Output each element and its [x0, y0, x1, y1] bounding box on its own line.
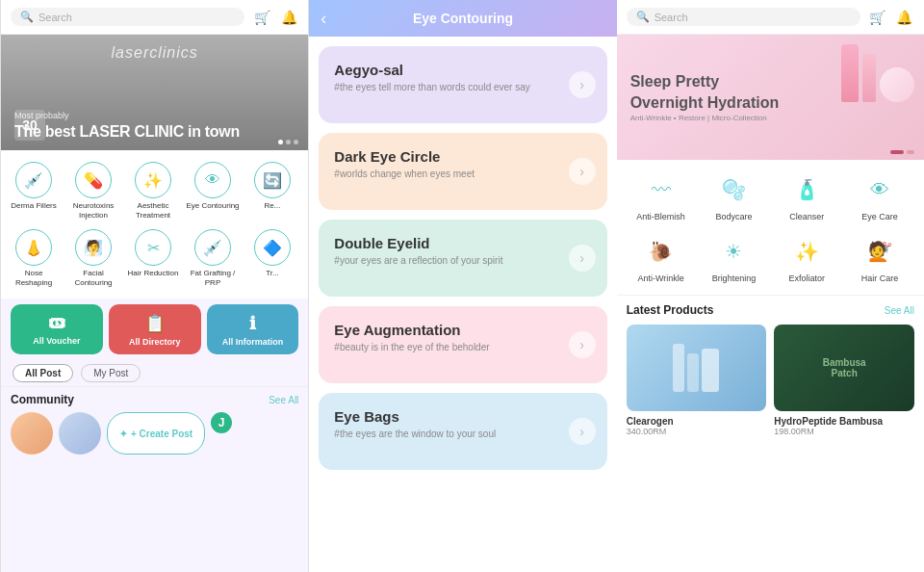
cat-label-3: Eye Contouring — [186, 201, 239, 211]
latest-title: Latest Products — [627, 303, 714, 317]
community-header: Community See All — [11, 393, 298, 406]
panel1-topbar: 🔍 Search 🛒 🔔 — [1, 0, 308, 35]
panel3-hero-dot-2 — [907, 150, 914, 154]
panel1-bell-icon[interactable]: 🔔 — [279, 8, 298, 27]
cat-icon-6: 🧖 — [75, 229, 112, 266]
community-see-all[interactable]: See All — [269, 395, 298, 405]
panel1-cat-3[interactable]: 👁 Eye Contouring — [184, 158, 242, 223]
back-button[interactable]: ‹ — [321, 9, 326, 29]
product-jar — [880, 67, 914, 102]
panel3-cat-0[interactable]: 〰 Anti-Blemish — [625, 166, 698, 227]
panel1-cat-8[interactable]: 💉 Fat Grafting / PRP — [184, 225, 242, 291]
p3-cat-label-1: Bodycare — [715, 212, 752, 221]
product-card-0[interactable]: Clearogen 340.00RM — [627, 325, 767, 436]
eye-card-4[interactable]: Eye Bags #the eyes are the window to you… — [319, 393, 606, 470]
panel3-cat-1[interactable]: 🫧 Bodycare — [697, 166, 770, 227]
eye-card-sub-3: #beauty is in the eye of the beholder — [334, 342, 560, 352]
panel3-latest: Latest Products See All Clearogen 340.00… — [617, 296, 924, 572]
panel3-cat-6[interactable]: ✨ Exfoliator — [770, 227, 843, 289]
eye-card-2[interactable]: Double Eyelid #your eyes are a reflectio… — [319, 220, 606, 297]
panel3-cat-3[interactable]: 👁 Eye Care — [843, 166, 916, 227]
p3-cat-label-7: Hair Care — [861, 273, 899, 283]
p3-cat-icon-4: 🐌 — [643, 233, 680, 270]
panel-eye-contouring: ‹ Eye Contouring Aegyo-sal #the eyes tel… — [309, 0, 616, 572]
cat-label-0: Derma Fillers — [11, 201, 57, 211]
panel1-buttons: 🎟 All Voucher 📋 All Directory ℹ All Info… — [1, 299, 308, 360]
p3-cat-label-2: Cleanser — [789, 212, 824, 221]
btn-icon-0: 🎟 — [48, 313, 65, 333]
cat-label-1: Neurotoxins Injection — [66, 201, 120, 220]
products-grid: Clearogen 340.00RM BambusaPatch HydroPep… — [627, 325, 914, 436]
eye-card-title-4: Eye Bags — [334, 408, 560, 425]
product-bottle-1 — [841, 44, 859, 102]
panel1-btn-2[interactable]: ℹ All Information — [207, 304, 299, 354]
panel3-cart-icon[interactable]: 🛒 — [868, 8, 887, 27]
p3-cat-icon-3: 👁 — [861, 171, 898, 208]
panel1-cart-icon[interactable]: 🛒 — [252, 8, 271, 27]
panel3-hero-title-line2: Overnight Hydration — [630, 93, 780, 112]
panel2-title: Eye Contouring — [413, 11, 513, 26]
cat-label-8: Fat Grafting / PRP — [186, 269, 240, 287]
btn-label-0: All Voucher — [33, 336, 80, 346]
cat-icon-1: 💊 — [75, 162, 112, 198]
create-post-plus-icon: ✦ — [119, 429, 127, 439]
panel3-search-placeholder: Search — [654, 12, 688, 23]
product-img-1: BambusaPatch — [774, 325, 914, 411]
eye-card-3[interactable]: Eye Augmentation #beauty is in the eye o… — [319, 306, 606, 383]
cat-label-5: Nose Reshaping — [7, 269, 61, 287]
panel1-hero-title: The best LASER CLINIC in town — [14, 122, 240, 141]
product-price-0: 340.00RM — [627, 427, 767, 436]
product-card-1[interactable]: BambusaPatch HydroPeptide Bambusa 198.00… — [774, 325, 914, 436]
eye-card-title-1: Dark Eye Circle — [334, 148, 560, 165]
panel3-hero: Sleep Pretty Overnight Hydration Anti-Wr… — [617, 35, 924, 160]
search-icon-p3: 🔍 — [636, 11, 650, 23]
panel1-cat-6[interactable]: 🧖 Facial Contouring — [64, 225, 122, 291]
product-img-0 — [627, 325, 767, 411]
eye-card-arrow-0: › — [569, 71, 596, 98]
panel1-tab-1[interactable]: My Post — [81, 364, 141, 382]
panel3-cat-5[interactable]: ☀ Brightening — [697, 227, 770, 289]
panel3-cat-7[interactable]: 💇 Hair Care — [843, 227, 916, 289]
panel1-cat-2[interactable]: ✨ Aesthetic Treatment — [124, 158, 182, 223]
panel3-cat-2[interactable]: 🧴 Cleanser — [770, 166, 843, 227]
cat-label-9: Tr... — [266, 269, 278, 278]
btn-icon-1: 📋 — [144, 313, 166, 334]
panel1-cat-9[interactable]: 🔷 Tr... — [244, 225, 301, 291]
community-title: Community — [11, 393, 74, 406]
cat-icon-0: 💉 — [15, 162, 52, 198]
panel3-hero-dot-1 — [890, 150, 904, 154]
panel1-cat-7[interactable]: ✂ Hair Reduction — [124, 225, 182, 291]
panel1-cat-4[interactable]: 🔄 Re... — [244, 158, 301, 223]
cat-label-2: Aesthetic Treatment — [126, 201, 180, 220]
panel1-btn-1[interactable]: 📋 All Directory — [109, 304, 201, 354]
community-avatar-2 — [59, 412, 101, 455]
cat-icon-4: 🔄 — [254, 162, 291, 198]
panel3-search-box[interactable]: 🔍 Search — [627, 8, 860, 26]
panel1-cat-5[interactable]: 👃 Nose Reshaping — [5, 225, 63, 291]
panel3-see-all[interactable]: See All — [885, 305, 914, 316]
create-post-button[interactable]: ✦ + Create Post — [107, 412, 205, 455]
panel3-bell-icon[interactable]: 🔔 — [895, 8, 914, 27]
panel-beauty-shop: 🔍 Search 🛒 🔔 Sleep Pretty Overnight Hydr… — [617, 0, 924, 572]
panel3-cat-4[interactable]: 🐌 Anti-Wrinkle — [625, 227, 698, 289]
eye-card-arrow-1: › — [569, 158, 596, 185]
panel1-tabs: All PostMy Post — [1, 360, 308, 387]
panel1-tab-0[interactable]: All Post — [13, 364, 73, 382]
panel1-search-box[interactable]: 🔍 Search — [11, 8, 244, 26]
panel3-categories: 〰 Anti-Blemish 🫧 Bodycare 🧴 Cleanser 👁 E… — [617, 160, 924, 296]
panel1-btn-0[interactable]: 🎟 All Voucher — [11, 304, 103, 354]
cat-icon-9: 🔷 — [254, 229, 291, 266]
panel1-categories: 💉 Derma Fillers 💊 Neurotoxins Injection … — [1, 150, 308, 299]
panel1-cat-1[interactable]: 💊 Neurotoxins Injection — [64, 158, 122, 223]
panel3-topbar: 🔍 Search 🛒 🔔 — [617, 0, 924, 35]
eye-card-title-0: Aegyo-sal — [334, 62, 560, 78]
panel1-cat-0[interactable]: 💉 Derma Fillers — [5, 158, 63, 223]
hero-dot-2 — [286, 140, 291, 144]
panel2-list: Aegyo-sal #the eyes tell more than words… — [309, 37, 616, 572]
eye-card-0[interactable]: Aegyo-sal #the eyes tell more than words… — [319, 46, 606, 123]
hero-dot-3 — [294, 140, 298, 144]
eye-card-1[interactable]: Dark Eye Circle #worlds change when eyes… — [319, 133, 606, 210]
panel1-community: Community See All ✦ + Create Post J — [1, 387, 308, 572]
cat-label-6: Facial Contouring — [66, 269, 120, 287]
create-post-label: + Create Post — [131, 429, 192, 439]
